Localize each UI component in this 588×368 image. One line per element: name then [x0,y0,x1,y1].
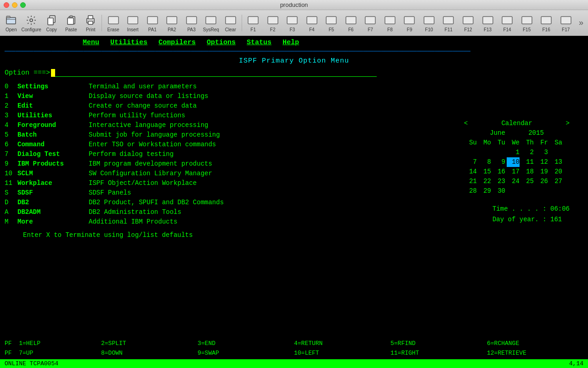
pa1-button[interactable]: PA1 [143,12,162,34]
dow-tu: Tu [492,138,505,148]
option-prompt-line: Option ===> [5,68,583,78]
f6-button[interactable]: F6 [342,12,361,34]
f4-button[interactable]: F4 [302,12,321,34]
cursor [51,69,55,77]
f13-button[interactable]: F13 [478,12,497,34]
dow-sa: Sa [549,138,562,148]
cal-day-17: 17 [507,167,520,177]
cal-day-24: 24 [507,177,520,186]
maximize-button[interactable] [20,2,26,8]
pf-11[interactable]: 11=RIGHT [390,349,487,358]
f12-button[interactable]: F12 [459,12,478,34]
paste-label: Paste [65,27,77,32]
minimize-button[interactable] [12,2,17,8]
f16-button[interactable]: F16 [537,12,556,34]
traffic-lights[interactable] [4,2,26,8]
pa2-button[interactable]: PA2 [163,12,181,34]
f17-icon [560,14,572,27]
toolbar-sep-2 [242,15,242,31]
pa3-button[interactable]: PA3 [182,12,201,34]
open-button[interactable]: Open [2,12,21,34]
time-display: Time . . . . : 06:06 [492,204,570,215]
f7-label: F7 [368,27,373,32]
calendar-prev[interactable]: < [464,119,468,128]
menu-name: Workplace [17,178,89,188]
f17-button[interactable]: F17 [556,12,575,34]
close-button[interactable] [4,2,9,8]
menu-item-status[interactable]: Status [247,39,271,46]
pf-5[interactable]: 5=RFIND [390,339,487,349]
calendar-next[interactable]: > [566,119,570,128]
pa3-label: PA3 [187,27,196,32]
pf-6[interactable]: 6=RCHANGE [487,339,583,349]
f5-button[interactable]: F5 [322,12,341,34]
cal-day-3: 3 [535,148,548,157]
pf-12[interactable]: 12=RETRIEVE [487,349,583,358]
f3-button[interactable]: F3 [283,12,302,34]
insert-button[interactable]: Insert [124,12,142,34]
cal-day-12: 12 [535,157,548,167]
menu-desc: Terminal and user parameters [89,82,583,92]
f9-label: F9 [407,27,413,32]
pf-4[interactable]: 4=RETURN [294,339,390,349]
menu-item-options[interactable]: Options [207,39,236,46]
pf-1[interactable]: PF 1=HELP [5,339,101,349]
menu-item-utilities[interactable]: Utilities [110,39,147,46]
print-button[interactable]: Print [81,12,100,34]
cal-week-2: 7 8 9 10 11 12 13 [464,157,570,167]
menu-item-help[interactable]: Help [283,39,299,46]
f7-icon [364,14,377,27]
print-icon [84,14,97,27]
menu-item-menu[interactable]: Menu [83,39,99,46]
f12-label: F12 [464,27,472,32]
toolbar-more-button[interactable]: » [576,16,586,29]
configure-label: Configure [22,27,41,32]
f11-icon [442,14,455,27]
f15-button[interactable]: F15 [517,12,536,34]
menu-num: 9 [5,159,17,169]
f1-button[interactable]: F1 [244,12,263,34]
menu-row-2[interactable]: 2EditCreate or change source data [5,101,583,111]
menu-row-1[interactable]: 1ViewDisplay source data or listings [5,92,583,101]
svg-rect-34 [561,17,571,24]
f7-button[interactable]: F7 [361,12,380,34]
svg-rect-32 [522,17,532,24]
f12-icon [462,14,475,27]
f8-button[interactable]: F8 [381,12,400,34]
terminal-content[interactable]: ISPF Primary Option Menu Option ===> 0Se… [0,54,588,337]
svg-rect-20 [287,17,297,24]
f3-label: F3 [289,27,295,32]
pf-7[interactable]: PF 7=UP [5,349,101,358]
paste-button[interactable]: Paste [62,12,80,34]
copy-button[interactable]: Copy [42,12,61,34]
pf-2[interactable]: 2=SPLIT [101,339,198,349]
pf-9[interactable]: 9=SWAP [198,349,294,358]
clear-button[interactable]: Clear [221,12,240,34]
svg-rect-16 [206,17,216,24]
f3-icon [286,14,299,27]
pf-8[interactable]: 8=DOWN [101,349,198,358]
f2-button[interactable]: F2 [263,12,282,34]
configure-button[interactable]: Configure [22,12,41,34]
f11-button[interactable]: F11 [439,12,458,34]
menu-num: 6 [5,140,17,150]
pf-3[interactable]: 3=END [198,339,294,349]
pf-line-1: PF 1=HELP 2=SPLIT 3=END 4=RETURN 5=RFIND… [5,339,583,349]
menu-row-0[interactable]: 0SettingsTerminal and user parameters [5,82,583,92]
f9-button[interactable]: F9 [400,12,419,34]
menu-name: DB2ADM [17,207,89,217]
f10-button[interactable]: F10 [420,12,439,34]
f8-label: F8 [387,27,393,32]
f16-icon [540,14,553,27]
svg-rect-1 [6,16,10,18]
pa2-label: PA2 [168,27,176,32]
erase-button[interactable]: Erase [104,12,123,34]
f14-button[interactable]: F14 [498,12,517,34]
dow-fr: Fr [535,138,548,148]
f14-icon [501,14,514,27]
sysreq-button[interactable]: SysReq [202,12,220,34]
menu-name: DB2 [17,198,89,207]
menu-item-compilers[interactable]: Compilers [158,39,196,46]
sysreq-label: SysReq [203,27,219,32]
pf-10[interactable]: 10=LEFT [294,349,390,358]
